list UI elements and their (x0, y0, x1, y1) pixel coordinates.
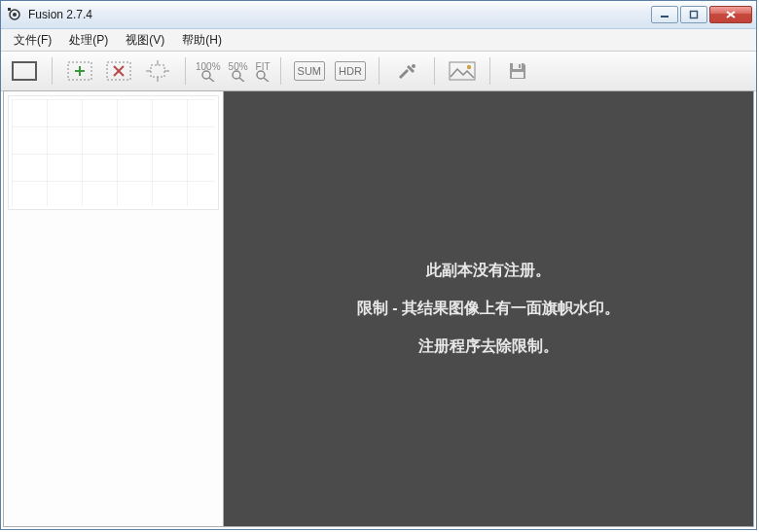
svg-rect-7 (13, 62, 36, 80)
mode-hdr-button[interactable]: HDR (332, 55, 369, 87)
svg-rect-14 (151, 65, 164, 77)
zoom-group: 100% 50% FIT (196, 61, 271, 82)
svg-rect-26 (450, 62, 475, 80)
picture-icon (449, 61, 476, 81)
preview-area: 此副本没有注册。 限制 - 其结果图像上有一面旗帜水印。 注册程序去除限制。 (224, 91, 753, 526)
mode-sum-label: SUM (294, 61, 325, 81)
toolbar-separator (52, 57, 53, 85)
close-icon (725, 10, 737, 19)
svg-line-24 (264, 78, 269, 82)
mode-hdr-label: HDR (335, 61, 366, 81)
svg-point-23 (257, 71, 265, 79)
svg-point-19 (202, 71, 210, 79)
remove-clip-button[interactable] (101, 55, 136, 87)
thumbnail-slot[interactable] (8, 95, 219, 210)
frame-button[interactable] (7, 55, 42, 87)
menu-file[interactable]: 文件(F) (5, 30, 60, 51)
picture-button[interactable] (445, 55, 480, 87)
window-title: Fusion 2.7.4 (28, 8, 651, 21)
svg-rect-29 (519, 64, 521, 68)
zoom-50-button[interactable]: 50% (229, 61, 248, 82)
svg-point-27 (467, 65, 471, 69)
menu-process[interactable]: 处理(P) (60, 30, 117, 51)
toolbar-separator (280, 57, 281, 85)
maximize-button[interactable] (680, 6, 707, 23)
add-clip-button[interactable] (62, 55, 97, 87)
app-icon (7, 7, 22, 22)
toolbar-separator (489, 57, 490, 85)
svg-point-1 (13, 13, 17, 17)
svg-rect-30 (512, 72, 524, 78)
notice-line-3: 注册程序去除限制。 (418, 337, 559, 357)
titlebar: Fusion 2.7.4 (1, 1, 756, 29)
close-button[interactable] (709, 6, 752, 23)
thumbnail-panel (4, 91, 224, 526)
content-area: 此副本没有注册。 限制 - 其结果图像上有一面旗帜水印。 注册程序去除限制。 (3, 90, 754, 527)
toolbar-separator (434, 57, 435, 85)
tools-icon (395, 61, 418, 81)
settings-button[interactable] (389, 55, 424, 87)
save-button[interactable] (500, 55, 535, 87)
frame-icon (12, 61, 37, 81)
app-window: Fusion 2.7.4 文件(F) 处理(P) 视图(V) 帮助(H) (0, 0, 757, 530)
menu-view[interactable]: 视图(V) (117, 30, 173, 51)
mode-sum-button[interactable]: SUM (291, 55, 328, 87)
maximize-icon (689, 10, 699, 19)
notice-line-1: 此副本没有注册。 (426, 261, 551, 281)
menubar: 文件(F) 处理(P) 视图(V) 帮助(H) (1, 29, 756, 52)
window-controls (651, 6, 752, 23)
add-clip-icon (67, 61, 92, 81)
notice-line-2: 限制 - 其结果图像上有一面旗帜水印。 (357, 299, 620, 319)
zoom-fit-button[interactable]: FIT (256, 61, 271, 82)
magnifier-icon (232, 70, 245, 82)
svg-rect-2 (8, 8, 11, 11)
remove-clip-icon (106, 61, 131, 81)
magnifier-icon (256, 70, 270, 82)
menu-help[interactable]: 帮助(H) (173, 30, 231, 51)
toolbar: 100% 50% FIT (1, 52, 756, 91)
zoom-100-button[interactable]: 100% (196, 61, 221, 82)
svg-line-22 (239, 78, 244, 82)
crop-icon (146, 60, 169, 82)
svg-rect-4 (691, 12, 698, 18)
toolbar-separator (379, 57, 380, 85)
svg-point-25 (412, 64, 416, 68)
svg-line-20 (209, 78, 214, 82)
magnifier-icon (201, 70, 215, 82)
minimize-icon (660, 10, 669, 19)
svg-point-21 (233, 71, 240, 79)
crop-button[interactable] (140, 55, 175, 87)
minimize-button[interactable] (651, 6, 678, 23)
toolbar-separator (185, 57, 186, 85)
floppy-icon (507, 60, 528, 82)
